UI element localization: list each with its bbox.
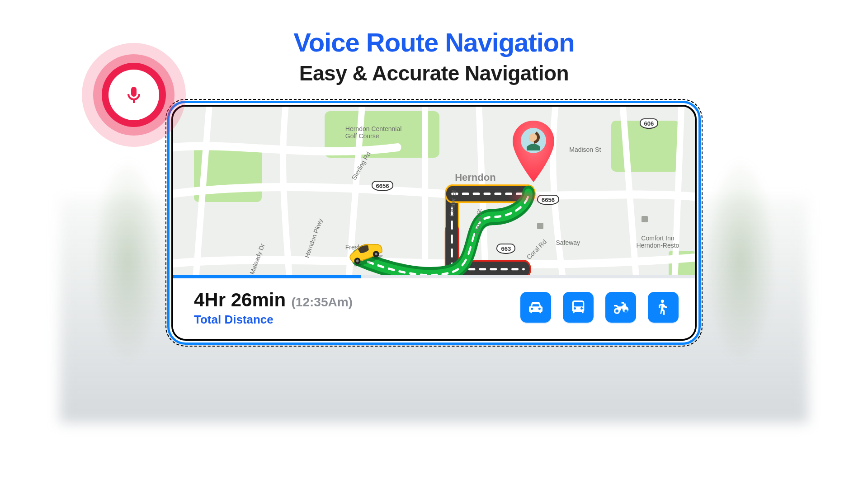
trip-distance-label: Total Distance xyxy=(194,313,353,327)
destination-pin[interactable] xyxy=(511,121,556,186)
pin-pulse xyxy=(507,190,543,204)
route-progress-track xyxy=(173,275,695,278)
trip-duration: 4Hr 26min xyxy=(194,289,286,310)
mode-walk-button[interactable] xyxy=(648,292,679,323)
map-label-safeway: Safeway xyxy=(556,239,580,246)
mic-core xyxy=(108,70,159,120)
car-icon xyxy=(527,298,545,316)
route-progress-fill xyxy=(173,275,361,278)
trip-info: 4Hr 26min (12:35Am) Total Distance xyxy=(194,289,353,327)
device-frame: Herndon Centennial Golf Course Sterling … xyxy=(167,101,701,345)
map-label-madison: Madison St xyxy=(569,146,601,153)
page-title: Voice Route Navigation xyxy=(105,27,763,57)
bg-tree-right xyxy=(704,156,777,364)
poi-icon xyxy=(537,223,543,229)
trip-arrival: (12:35Am) xyxy=(292,295,353,309)
mode-car-button[interactable] xyxy=(520,292,551,323)
mode-bus-button[interactable] xyxy=(563,292,594,323)
bus-icon xyxy=(569,298,587,316)
motorcycle-icon xyxy=(612,298,630,316)
travel-mode-group xyxy=(520,292,679,323)
poi-icon xyxy=(642,216,648,222)
microphone-icon xyxy=(123,84,145,106)
mode-motorcycle-button[interactable] xyxy=(605,292,636,323)
map-label-comfort: Comfort Inn Herndon-Resto xyxy=(636,235,679,249)
walk-icon xyxy=(654,298,672,316)
map-label-herndon: Herndon xyxy=(455,172,495,183)
map-label-golf: Herndon Centennial Golf Course xyxy=(345,125,402,140)
bg-tree-left xyxy=(91,156,164,364)
trip-bottom-bar: 4Hr 26min (12:35Am) Total Distance xyxy=(173,277,695,339)
page-subtitle: Easy & Accurate Navigation xyxy=(105,61,763,85)
road-shield: 606 xyxy=(640,118,659,129)
